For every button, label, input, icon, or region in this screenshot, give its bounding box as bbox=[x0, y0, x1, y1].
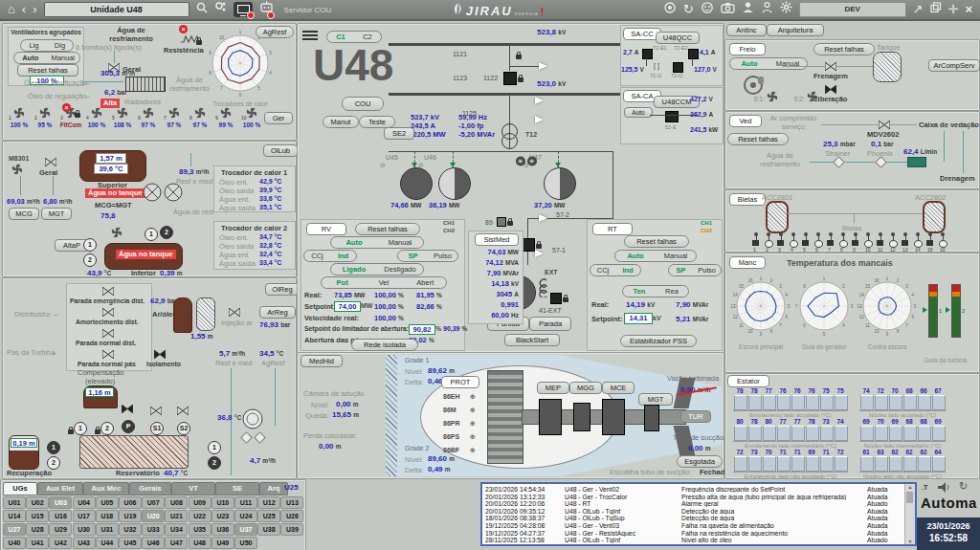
tab-Aux Elet[interactable]: Aux Elet bbox=[37, 482, 83, 495]
ug-cell-U08[interactable]: U08 bbox=[165, 496, 188, 509]
chave-57-1-icon[interactable] bbox=[535, 250, 544, 257]
monitor-icon[interactable] bbox=[234, 2, 253, 17]
e1-fan-icon[interactable] bbox=[766, 90, 779, 103]
ug-cell-U35[interactable]: U35 bbox=[189, 523, 212, 536]
manut-button[interactable]: Manut bbox=[323, 116, 359, 128]
bomba-circ-2-icon[interactable]: 2 bbox=[160, 226, 173, 239]
bomba-comp-2[interactable]: 2 bbox=[100, 422, 114, 435]
fan-unit-6[interactable]: 697 % bbox=[136, 106, 161, 128]
ug-cell-U45[interactable]: U45 bbox=[119, 537, 142, 549]
disjuntor-89-icon[interactable] bbox=[497, 217, 506, 227]
ug-cell-U46[interactable]: U46 bbox=[142, 537, 165, 549]
ug-cell-U14[interactable]: U14 bbox=[3, 510, 26, 522]
rv-reset-falhas-button[interactable]: Reset falhas bbox=[355, 223, 420, 235]
camera-icon[interactable] bbox=[721, 0, 735, 19]
fan-unit-5[interactable]: 5108 % bbox=[110, 106, 135, 128]
agresf-nav-button[interactable]: AgResf bbox=[256, 26, 294, 38]
alarm-row[interactable]: 28/11/2025 12:13:58U48 - OlLub - TqInfNí… bbox=[482, 537, 903, 544]
ug-cell-U30[interactable]: U30 bbox=[73, 523, 96, 536]
ug-cell-U39[interactable]: U39 bbox=[280, 523, 303, 536]
rv-setpoint-pot-input[interactable]: 74,00 bbox=[334, 301, 361, 312]
rt-auto-manual[interactable]: AutoManual bbox=[614, 250, 697, 262]
valv-mdv2602-icon[interactable] bbox=[879, 121, 890, 129]
rv-nav-button[interactable]: RV bbox=[306, 223, 346, 235]
forward-icon[interactable]: › bbox=[33, 0, 36, 19]
ug-cell-U33[interactable]: U33 bbox=[142, 523, 165, 536]
bomba-2-icon[interactable]: 2 bbox=[83, 253, 97, 267]
rv-ligado-desligado[interactable]: LigadoDesligado bbox=[330, 263, 424, 275]
ug-cell-U22[interactable]: U22 bbox=[189, 510, 212, 522]
fan-unit-9[interactable]: 999 % bbox=[213, 106, 238, 128]
antinc-nav-button[interactable]: AntInc bbox=[726, 24, 767, 36]
bomba-res-1[interactable]: 1 bbox=[208, 441, 221, 454]
eye-icon[interactable] bbox=[663, 0, 677, 19]
rv-limitador-input[interactable]: 90,82 bbox=[409, 324, 435, 335]
prot-expand-icon[interactable]: ⊕ bbox=[470, 407, 476, 414]
address-input[interactable]: Unidade U48 bbox=[44, 2, 189, 17]
olreg-nav-button[interactable]: OlReg bbox=[265, 283, 300, 296]
bomba-rec-1[interactable]: 1 bbox=[47, 441, 60, 454]
gerador-U45-icon[interactable] bbox=[400, 167, 433, 200]
user-icon[interactable] bbox=[742, 0, 754, 19]
rt-ccj-ind[interactable]: CCjInd bbox=[590, 264, 641, 276]
freio-auto-manual[interactable]: AutoManual bbox=[729, 57, 808, 70]
ug-cell-U40[interactable]: U40 bbox=[3, 537, 26, 549]
ug-cell-U16[interactable]: U16 bbox=[49, 510, 72, 522]
disjuntor-1122-icon[interactable] bbox=[503, 72, 517, 85]
disjuntor-72e2-icon[interactable] bbox=[688, 49, 699, 59]
ug-cell-U07[interactable]: U07 bbox=[142, 496, 165, 509]
radiadores-icon[interactable] bbox=[125, 77, 166, 92]
se2-nav-button[interactable]: SE2 bbox=[384, 127, 414, 140]
ug-cell-U28[interactable]: U28 bbox=[26, 523, 49, 536]
valv-frenagem-icon[interactable] bbox=[825, 62, 836, 71]
scroll-up-icon[interactable]: ▲ bbox=[905, 484, 915, 490]
ug-cell-U47[interactable]: U47 bbox=[165, 537, 188, 549]
valv-parada-normal-icon[interactable] bbox=[102, 329, 114, 338]
ug-cell-U44[interactable]: U44 bbox=[96, 537, 119, 549]
ug-cell-U03[interactable]: U03 bbox=[49, 496, 72, 509]
ug-cell-U15[interactable]: U15 bbox=[26, 510, 49, 522]
u48qcc-button[interactable]: U48QCC bbox=[656, 32, 700, 44]
bomba-1-icon[interactable]: 1 bbox=[83, 238, 97, 252]
ug-cell-U49[interactable]: U49 bbox=[212, 537, 234, 549]
ug-cell-U11[interactable]: U11 bbox=[234, 496, 257, 509]
ger-nav-button[interactable]: Ger bbox=[264, 112, 293, 124]
ug-cell-U43[interactable]: U43 bbox=[73, 537, 96, 549]
arquitetura-nav-button[interactable]: Arquitetura bbox=[767, 24, 824, 36]
rv-auto-manual[interactable]: AutoManual bbox=[330, 236, 424, 249]
refresh-icon[interactable]: ↻ bbox=[959, 480, 968, 493]
valv-parada-emerg-icon[interactable] bbox=[102, 287, 114, 296]
tab-Aux Mec[interactable]: Aux Mec bbox=[83, 482, 129, 495]
rt-setpoint-input[interactable]: 14,31 bbox=[624, 313, 653, 324]
ug-cell-U19[interactable]: U19 bbox=[119, 510, 142, 522]
lig-dlg-switch[interactable]: LigDlg bbox=[20, 39, 74, 52]
fan-unit-10[interactable]: 10100 % bbox=[239, 106, 264, 128]
prot-expand-icon[interactable]: ⊕ bbox=[470, 393, 476, 401]
ug-cell-U21[interactable]: U21 bbox=[165, 510, 188, 522]
freio-nav-button[interactable]: Freio bbox=[729, 43, 766, 55]
disjuntor-72i2-icon[interactable] bbox=[673, 62, 683, 73]
esgotada-button[interactable]: Esgotada bbox=[677, 455, 723, 468]
ug-cell-U04[interactable]: U04 bbox=[73, 496, 96, 509]
disjuntor-41ext-icon[interactable] bbox=[550, 293, 562, 304]
rt-sp-pulso[interactable]: SPPulso bbox=[668, 264, 722, 276]
tab-SE[interactable]: SE bbox=[215, 482, 259, 495]
ollub-nav-button[interactable]: OlLub bbox=[263, 144, 298, 157]
prot-button[interactable]: PROT bbox=[441, 376, 479, 388]
estator-nav-button[interactable]: Estator bbox=[727, 375, 769, 387]
rt-nav-button[interactable]: RT bbox=[592, 223, 633, 235]
ug-cell-U25[interactable]: U25 bbox=[257, 510, 280, 522]
ug-cell-U10[interactable]: U10 bbox=[212, 496, 234, 509]
bomba-s2[interactable]: S2 bbox=[177, 422, 190, 435]
ug-cell-U20[interactable]: U20 bbox=[142, 510, 165, 522]
ug-cell-U32[interactable]: U32 bbox=[119, 523, 142, 536]
mce-button[interactable]: MCE bbox=[602, 382, 635, 394]
valv-liberacao-icon[interactable] bbox=[825, 85, 836, 94]
gerador-U46-icon[interactable] bbox=[438, 167, 471, 200]
settings-network-icon[interactable] bbox=[214, 0, 227, 19]
fan-unit-7[interactable]: 797 % bbox=[162, 106, 187, 128]
ug-cell-U23[interactable]: U23 bbox=[212, 510, 234, 522]
fan-unit-3[interactable]: 3×FltCom bbox=[58, 106, 83, 128]
scroll-down-icon[interactable]: ▼ bbox=[905, 539, 915, 544]
prot-expand-icon[interactable]: ⊕ bbox=[470, 420, 476, 428]
